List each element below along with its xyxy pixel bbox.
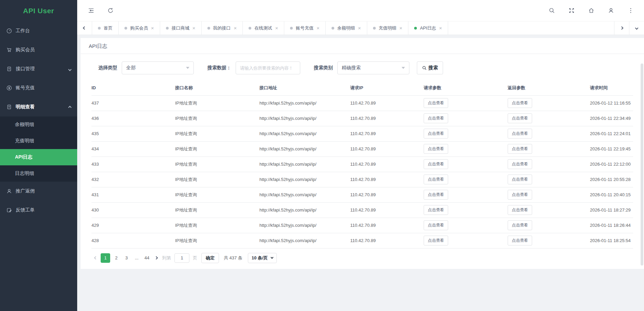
table-row: 435 IP地址查询 http://kfapi.52hyjs.com/api/i…: [91, 126, 633, 141]
tab-close-icon[interactable]: ×: [400, 25, 403, 31]
pagination-page[interactable]: 2: [112, 253, 120, 263]
tabs-scroll-left-button[interactable]: [77, 21, 92, 35]
view-request-params-button[interactable]: 点击查看: [424, 175, 448, 184]
view-response-params-button[interactable]: 点击查看: [508, 159, 532, 169]
more-dots-icon[interactable]: [627, 7, 634, 14]
sidebar-item-label: 工作台: [16, 28, 30, 34]
tab-close-icon[interactable]: ×: [192, 25, 196, 31]
sidebar: API User 工作台 购买会员 接口管理: [0, 0, 77, 311]
view-request-params-button[interactable]: 点击查看: [424, 144, 448, 154]
tab[interactable]: 余额明细 ×: [326, 21, 367, 35]
goto-page-label: 到第: [162, 255, 171, 261]
tab[interactable]: 账号充值 ×: [284, 21, 326, 35]
sidebar-item-label: 接口管理: [16, 66, 35, 72]
sidebar-item-workbench[interactable]: 工作台: [0, 21, 77, 40]
view-request-params-button[interactable]: 点击查看: [424, 190, 448, 200]
goto-page-input[interactable]: [174, 253, 189, 263]
view-request-params-button[interactable]: 点击查看: [424, 220, 448, 230]
view-request-params-button[interactable]: 点击查看: [424, 205, 448, 215]
pagination-page[interactable]: 3: [122, 253, 131, 263]
tab-close-icon[interactable]: ×: [151, 25, 154, 31]
view-response-params-button[interactable]: 点击查看: [508, 175, 532, 184]
pagination-page[interactable]: ...: [133, 253, 141, 263]
sidebar-subitem[interactable]: 余额明细: [0, 116, 77, 133]
view-response-params-button[interactable]: 点击查看: [508, 236, 532, 245]
cell-api-url: http://kfapi.52hyjs.com/api/ip/: [259, 218, 350, 233]
view-response-params-button[interactable]: 点击查看: [508, 144, 532, 154]
tab-close-icon[interactable]: ×: [234, 25, 237, 31]
sidebar-item-referral[interactable]: 推广返佣: [0, 182, 77, 201]
caret-down-icon: [186, 67, 189, 69]
sidebar-subitem[interactable]: API日志: [0, 149, 77, 165]
tab-close-icon[interactable]: ×: [275, 25, 278, 31]
per-page-select[interactable]: 10 条/页: [248, 253, 277, 263]
sidebar-item-label: 账号充值: [16, 85, 35, 91]
filter-bar: 选择类型 全部 搜索数据： 搜索类别 精确搜索: [81, 54, 644, 80]
type-select[interactable]: 全部: [122, 61, 194, 74]
pagination-prev-button[interactable]: [91, 253, 100, 263]
pagination-page[interactable]: 44: [143, 253, 151, 263]
pagination-next-button[interactable]: [152, 253, 160, 263]
tab-dot-icon: [98, 27, 101, 30]
view-response-params-button[interactable]: 点击查看: [508, 205, 532, 215]
view-response-params-button[interactable]: 点击查看: [508, 190, 532, 200]
search-icon[interactable]: [548, 7, 556, 14]
view-response-params-button[interactable]: 点击查看: [508, 129, 532, 139]
sidebar-item-recharge[interactable]: 账号充值: [0, 78, 77, 97]
tab-label: 接口商城: [172, 25, 189, 31]
tab[interactable]: 我的接口 ×: [202, 21, 243, 35]
tab[interactable]: 购买会员 ×: [119, 21, 160, 35]
sidebar-subitem[interactable]: 充值明细: [0, 133, 77, 149]
type-select-value: 全部: [126, 65, 136, 71]
scrollbar[interactable]: [641, 63, 643, 266]
search-button[interactable]: 搜索: [417, 61, 443, 74]
tab-close-icon[interactable]: ×: [439, 25, 442, 31]
pagination-page[interactable]: 1: [101, 253, 110, 263]
tabs: 首页 购买会员 × 接口商城 × 我的接口 × 在线测试: [92, 21, 448, 35]
cell-api-url: http://kfapi.52hyjs.com/api/ip/: [259, 157, 350, 172]
sidebar-item-feedback[interactable]: 反馈工单: [0, 201, 77, 220]
tab[interactable]: 在线测试 ×: [243, 21, 284, 35]
user-icon[interactable]: [607, 7, 615, 14]
refresh-icon[interactable]: [107, 7, 114, 14]
tab[interactable]: 首页: [92, 21, 119, 35]
app-root: API User 工作台 购买会员 接口管理: [0, 0, 644, 311]
app-logo: API User: [0, 0, 77, 21]
topbar: [77, 0, 644, 21]
table-row: 430 IP地址查询 http://kfapi.52hyjs.com/api/i…: [91, 202, 633, 218]
search-input[interactable]: [236, 61, 300, 74]
view-request-params-button[interactable]: 点击查看: [424, 236, 448, 245]
tabs-scroll-right-button[interactable]: [614, 21, 629, 35]
table-row: 429 IP地址查询 http://kfapi.52hyjs.com/api/i…: [91, 218, 633, 233]
collapse-sidebar-icon[interactable]: [87, 7, 95, 14]
view-request-params-button[interactable]: 点击查看: [424, 129, 448, 139]
tab[interactable]: API日志 ×: [408, 21, 448, 35]
view-request-params-button[interactable]: 点击查看: [424, 159, 448, 169]
cell-id: 433: [91, 157, 175, 172]
sidebar-item-label: 推广返佣: [16, 188, 35, 194]
tab[interactable]: 接口商城 ×: [160, 21, 202, 35]
view-response-params-button[interactable]: 点击查看: [508, 220, 532, 230]
view-request-params-button[interactable]: 点击查看: [424, 98, 448, 108]
sidebar-item-buy-membership[interactable]: 购买会员: [0, 40, 77, 59]
chevron-down-icon: [69, 66, 71, 72]
cell-api-name: IP地址查询: [175, 233, 259, 248]
home-icon[interactable]: [588, 7, 595, 14]
fullscreen-icon[interactable]: [568, 7, 575, 14]
view-request-params-button[interactable]: 点击查看: [424, 113, 448, 123]
tab-label: 在线测试: [254, 25, 272, 31]
sidebar-subitem[interactable]: 日志明细: [0, 165, 77, 182]
tab[interactable]: 充值明细 ×: [367, 21, 409, 35]
sidebar-item-api-manage[interactable]: 接口管理: [0, 59, 77, 78]
view-response-params-button[interactable]: 点击查看: [508, 113, 532, 123]
cell-id: 436: [91, 111, 175, 126]
confirm-button[interactable]: 确定: [201, 253, 219, 263]
search-category-select[interactable]: 精确搜索: [337, 61, 409, 74]
tab-close-icon[interactable]: ×: [317, 25, 320, 31]
view-response-params-button[interactable]: 点击查看: [508, 98, 532, 108]
sidebar-item-detail-view[interactable]: 明细查看: [0, 97, 77, 116]
tabs-menu-button[interactable]: [629, 21, 644, 35]
tab-close-icon[interactable]: ×: [358, 25, 361, 31]
tab-label: 购买会员: [130, 25, 148, 31]
cell-id: 429: [91, 218, 175, 233]
